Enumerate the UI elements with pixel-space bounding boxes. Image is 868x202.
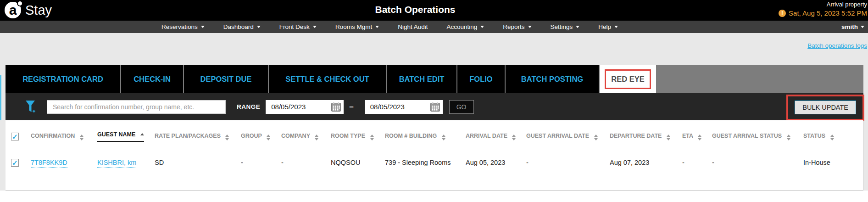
cell-room-building: 739 - Sleeping Rooms <box>385 142 466 169</box>
bottom-strip <box>0 191 868 202</box>
sort-icon <box>315 135 318 140</box>
calendar-icon[interactable] <box>430 102 440 112</box>
nav-label: Reports <box>503 23 524 30</box>
nav-label: Reservations <box>161 23 198 30</box>
column-header-eta[interactable]: ETA <box>682 120 712 142</box>
nav-label: Night Audit <box>398 23 428 30</box>
column-header-room-building[interactable]: ROOM # BUILDING <box>385 120 466 142</box>
column-header-guest-arrival-status[interactable]: GUEST ARRIVAL STATUS <box>712 120 803 142</box>
column-header-guest-name[interactable]: GUEST NAME <box>97 120 155 142</box>
table-header-row: CONFIRMATION GUEST NAME RATE PLAN/PACKAG… <box>6 120 863 142</box>
logs-link-row: Batch operations logs <box>807 41 867 50</box>
sort-icon <box>225 135 229 140</box>
select-all-checkbox[interactable] <box>11 133 19 140</box>
chevron-down-icon <box>480 26 484 28</box>
column-header-confirmation[interactable]: CONFIRMATION <box>31 120 97 142</box>
nav-item-dashboard[interactable]: Dashboard <box>223 23 261 30</box>
user-menu[interactable]: smith <box>841 23 864 30</box>
cell-guest-arrival-date: - <box>526 142 610 169</box>
main-nav-bar: Reservations Dashboard Front Desk Rooms … <box>0 21 868 33</box>
date-from-value: 08/05/2023 <box>271 103 306 111</box>
confirmation-link[interactable]: 7T8F8KK9D <box>31 159 67 168</box>
nav-label: Dashboard <box>223 23 254 30</box>
tab-registration-card[interactable]: REGISTRATION CARD <box>6 65 120 93</box>
cell-guest-arrival-status: - <box>712 142 803 169</box>
nav-item-rooms-mgmt[interactable]: Rooms Mgmt <box>335 23 379 30</box>
tab-red-eye[interactable]: RED EYE <box>600 65 656 93</box>
cell-room-type: NQQSOU <box>331 142 385 169</box>
chevron-down-icon <box>375 26 379 28</box>
filter-funnel-icon[interactable] <box>25 100 37 114</box>
chevron-down-icon <box>614 26 618 28</box>
calendar-icon[interactable] <box>331 102 341 112</box>
nav-label: Accounting <box>446 23 477 30</box>
date-to-value: 08/05/2023 <box>370 103 405 111</box>
nav-label: Rooms Mgmt <box>335 23 372 30</box>
nav-item-accounting[interactable]: Accounting <box>446 23 484 30</box>
property-info: Arrival property ! Sat, Aug 5, 2023 5:52… <box>779 1 867 17</box>
page-title: Batch Operations <box>375 4 455 15</box>
chevron-down-icon <box>861 26 864 28</box>
table-row: 7T8F8KK9D KISHBRI, km SD - - NQQSOU 739 … <box>6 142 863 169</box>
sort-asc-icon <box>140 133 144 135</box>
column-header-guest-arrival-date[interactable]: GUEST ARRIVAL DATE <box>526 120 610 142</box>
range-separator: – <box>349 102 353 112</box>
batch-operations-logs-link[interactable]: Batch operations logs <box>807 42 867 49</box>
logo-letter: a <box>9 2 17 18</box>
bulk-update-button[interactable]: BULK UPDATE <box>795 101 856 114</box>
date-to-field[interactable]: 08/05/2023 <box>365 100 443 114</box>
cell-departure-date: Aug 07, 2023 <box>610 142 682 169</box>
filter-bar: RANGE 08/05/2023 – 08/05/2023 <box>6 93 863 120</box>
nav-item-settings[interactable]: Settings <box>551 23 580 30</box>
sort-icon <box>80 135 83 140</box>
sort-icon <box>787 135 790 140</box>
tab-folio[interactable]: FOLIO <box>457 65 505 93</box>
tab-check-in[interactable]: CHECK-IN <box>121 65 183 93</box>
chevron-down-icon <box>201 26 205 28</box>
range-label: RANGE <box>237 103 260 110</box>
cell-status: In-House <box>803 142 863 169</box>
nav-label: Help <box>598 23 611 30</box>
warning-icon: ! <box>779 10 786 17</box>
nav-item-night-audit[interactable]: Night Audit <box>398 23 428 30</box>
sort-icon <box>370 135 374 140</box>
column-header-rate-plan[interactable]: RATE PLAN/PACKAGES <box>155 120 241 142</box>
sort-icon <box>512 135 516 140</box>
sort-icon <box>698 135 701 140</box>
tab-bar-filler <box>657 65 863 93</box>
row-checkbox[interactable] <box>11 159 19 167</box>
column-header-status[interactable]: STATUS <box>803 120 863 142</box>
cell-rate-plan: SD <box>155 142 241 169</box>
sort-icon <box>594 135 598 140</box>
column-header-room-type[interactable]: ROOM TYPE <box>331 120 385 142</box>
logo-a-icon: a <box>5 2 21 18</box>
batch-operations-tab-bar: REGISTRATION CARD CHECK-IN DEPOSIT DUE S… <box>6 65 863 93</box>
tab-settle-check-out[interactable]: SETTLE & CHECK OUT <box>269 65 386 93</box>
datetime-text: Sat, Aug 5, 2023 5:52 PM <box>789 9 867 17</box>
search-input[interactable] <box>47 100 226 114</box>
tab-batch-posting[interactable]: BATCH POSTING <box>506 65 599 93</box>
column-header-company[interactable]: COMPANY <box>281 120 331 142</box>
cell-group: - <box>241 142 281 169</box>
nav-label: Front Desk <box>279 23 310 30</box>
column-header-departure-date[interactable]: DEPARTURE DATE <box>610 120 682 142</box>
app-logo[interactable]: a Stay <box>5 2 52 18</box>
guest-name-link[interactable]: KISHBRI, km <box>97 159 136 168</box>
nav-item-reservations[interactable]: Reservations <box>161 23 205 30</box>
left-edge-highlight <box>0 75 1 120</box>
date-from-field[interactable]: 08/05/2023 <box>266 100 344 114</box>
cell-arrival-date: Aug 05, 2023 <box>466 142 526 169</box>
sort-icon <box>267 135 270 140</box>
go-button[interactable]: GO <box>449 100 474 114</box>
tab-batch-edit[interactable]: BATCH EDIT <box>387 65 456 93</box>
sort-icon <box>442 135 445 140</box>
property-name: Arrival property <box>779 1 867 8</box>
column-header-arrival-date[interactable]: ARRIVAL DATE <box>466 120 526 142</box>
chevron-down-icon <box>576 26 579 28</box>
nav-item-front-desk[interactable]: Front Desk <box>279 23 317 30</box>
column-header-group[interactable]: GROUP <box>241 120 281 142</box>
red-annotation-box: RED EYE <box>605 69 651 89</box>
nav-item-reports[interactable]: Reports <box>503 23 531 30</box>
nav-item-help[interactable]: Help <box>598 23 618 30</box>
tab-deposit-due[interactable]: DEPOSIT DUE <box>184 65 268 93</box>
